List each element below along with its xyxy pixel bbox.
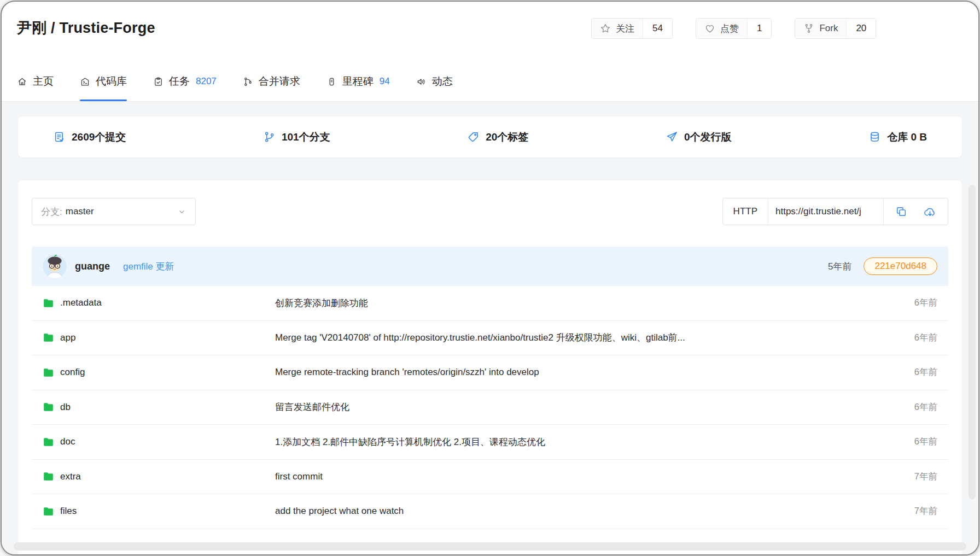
protocol-switch[interactable]: HTTP <box>723 198 768 225</box>
tab-milestones-count: 94 <box>380 76 390 87</box>
tab-home-label: 主页 <box>33 74 54 89</box>
file-commit-message[interactable]: 1.添加文档 2.邮件中缺陷序号计算机制优化 2.项目、课程动态优化 <box>275 436 866 448</box>
stat-commits-label: 2609个提交 <box>72 130 126 144</box>
home-icon <box>17 77 27 87</box>
table-row[interactable]: config Merge remote-tracking branch 'rem… <box>32 355 948 390</box>
clone-url-input[interactable] <box>768 198 884 225</box>
stat-repo-size-label: 仓库 0 B <box>887 130 927 144</box>
code-file-icon <box>80 77 90 87</box>
file-commit-time: 6年前 <box>866 366 937 378</box>
tab-code-label: 代码库 <box>96 74 127 89</box>
file-commit-time: 6年前 <box>866 401 937 413</box>
file-name-cell[interactable]: db <box>43 401 275 413</box>
file-name: files <box>60 506 77 517</box>
tab-issues[interactable]: 任务 8207 <box>153 62 217 101</box>
stat-releases[interactable]: 0个发行版 <box>666 130 732 144</box>
tab-code[interactable]: 代码库 <box>80 62 127 101</box>
watch-button[interactable]: 关注 54 <box>591 18 673 39</box>
folder-icon <box>43 367 54 378</box>
branch-selector[interactable]: 分支: master <box>32 198 196 225</box>
file-name: extra <box>60 471 81 482</box>
file-commit-message[interactable]: first commit <box>275 471 866 482</box>
watch-label: 关注 <box>616 22 634 35</box>
copy-icon[interactable] <box>895 206 907 218</box>
stat-commits[interactable]: 2609个提交 <box>53 130 126 144</box>
file-name-cell[interactable]: .metadata <box>43 297 275 309</box>
folder-icon <box>43 297 54 309</box>
file-commit-message[interactable]: 留言发送邮件优化 <box>275 401 866 413</box>
commits-doc-icon <box>53 131 66 143</box>
praise-button[interactable]: 点赞 1 <box>696 18 772 39</box>
repo-nav-tabs: 主页 代码库 任务 8207 合并请求 <box>2 62 978 102</box>
file-name-cell[interactable]: config <box>43 367 275 378</box>
database-icon <box>868 131 881 143</box>
repo-stats-bar: 2609个提交 101个分支 20个标签 <box>18 116 962 157</box>
table-row[interactable]: doc 1.添加文档 2.邮件中缺陷序号计算机制优化 2.项目、课程动态优化 6… <box>32 425 948 460</box>
commit-message-link[interactable]: gemfile 更新 <box>123 260 174 273</box>
file-commit-message[interactable]: Merge tag 'V20140708' of http://reposito… <box>275 331 866 344</box>
vertical-scrollbar[interactable] <box>969 185 976 499</box>
avatar[interactable] <box>43 254 67 278</box>
tab-home[interactable]: 主页 <box>17 62 54 101</box>
chevron-down-icon <box>177 207 186 216</box>
release-send-icon <box>666 131 678 143</box>
table-row[interactable]: extra first commit 7年前 <box>32 460 948 495</box>
file-commit-message[interactable]: Merge remote-tracking branch 'remotes/or… <box>275 367 866 378</box>
fork-button[interactable]: Fork 20 <box>795 18 876 39</box>
repo-action-buttons: 关注 54 点赞 1 Fork <box>591 18 876 39</box>
file-name-cell[interactable]: extra <box>43 471 275 482</box>
watch-count: 54 <box>643 19 672 38</box>
commit-time: 5年前 <box>828 260 851 273</box>
praise-label: 点赞 <box>720 22 739 35</box>
commit-author[interactable]: guange <box>75 261 110 272</box>
folder-icon <box>43 332 54 343</box>
branch-label: 分支: <box>41 206 62 218</box>
tab-merge-requests[interactable]: 合并请求 <box>243 62 300 101</box>
horizontal-scrollbar[interactable] <box>14 542 966 551</box>
file-name-cell[interactable]: files <box>43 506 275 517</box>
file-name-cell[interactable]: doc <box>43 436 275 448</box>
branch-icon <box>263 131 276 143</box>
file-name-cell[interactable]: app <box>43 332 275 343</box>
latest-commit-bar: guange gemfile 更新 5年前 221e70d648 <box>32 247 948 286</box>
cloud-download-icon[interactable] <box>924 206 936 218</box>
praise-count: 1 <box>747 19 771 38</box>
commit-hash-badge[interactable]: 221e70d648 <box>864 257 937 275</box>
stat-repo-size[interactable]: 仓库 0 B <box>868 130 927 144</box>
table-row[interactable]: app Merge tag 'V20140708' of http://repo… <box>32 321 948 356</box>
fork-icon <box>803 23 814 34</box>
tab-milestones[interactable]: 里程碑 94 <box>326 62 390 101</box>
file-commit-time: 6年前 <box>866 436 937 448</box>
clone-url-group: HTTP <box>722 198 948 225</box>
file-name: db <box>60 402 71 413</box>
repo-files-card: 分支: master HTTP <box>18 180 962 554</box>
tab-activity[interactable]: 动态 <box>416 62 453 101</box>
tab-issues-label: 任务 <box>169 74 190 89</box>
fork-count: 20 <box>846 19 876 38</box>
file-commit-message[interactable]: 创新竞赛添加删除功能 <box>275 297 866 309</box>
heart-icon <box>704 23 715 34</box>
file-commit-time: 7年前 <box>866 471 937 483</box>
file-commit-time: 7年前 <box>866 505 937 517</box>
folder-icon <box>43 506 54 517</box>
repo-header: 尹刚 / Trustie-Forge 关注 54 点赞 1 <box>2 2 978 62</box>
table-row[interactable]: db 留言发送邮件优化 6年前 <box>32 390 948 425</box>
star-icon <box>600 23 611 34</box>
browser-window: 尹刚 / Trustie-Forge 关注 54 点赞 1 <box>1 1 979 555</box>
page-title: 尹刚 / Trustie-Forge <box>17 18 155 38</box>
stat-tags-label: 20个标签 <box>486 130 528 144</box>
stat-tags[interactable]: 20个标签 <box>467 130 528 144</box>
stat-branches[interactable]: 101个分支 <box>263 130 330 144</box>
avatar-image <box>43 254 67 278</box>
table-row[interactable]: files add the project what one watch 7年前 <box>32 494 948 529</box>
table-row-partial[interactable] <box>32 529 948 555</box>
folder-icon <box>43 471 54 482</box>
stat-branches-label: 101个分支 <box>282 130 330 144</box>
table-row[interactable]: .metadata 创新竞赛添加删除功能 6年前 <box>32 286 948 321</box>
clone-actions <box>884 198 948 225</box>
tab-issues-count: 8207 <box>196 76 217 87</box>
tab-activity-label: 动态 <box>432 74 453 89</box>
file-table: .metadata 创新竞赛添加删除功能 6年前 app Merge tag '… <box>32 286 948 554</box>
file-commit-message[interactable]: add the project what one watch <box>275 506 866 517</box>
repo-page: 尹刚 / Trustie-Forge 关注 54 点赞 1 <box>2 2 978 554</box>
